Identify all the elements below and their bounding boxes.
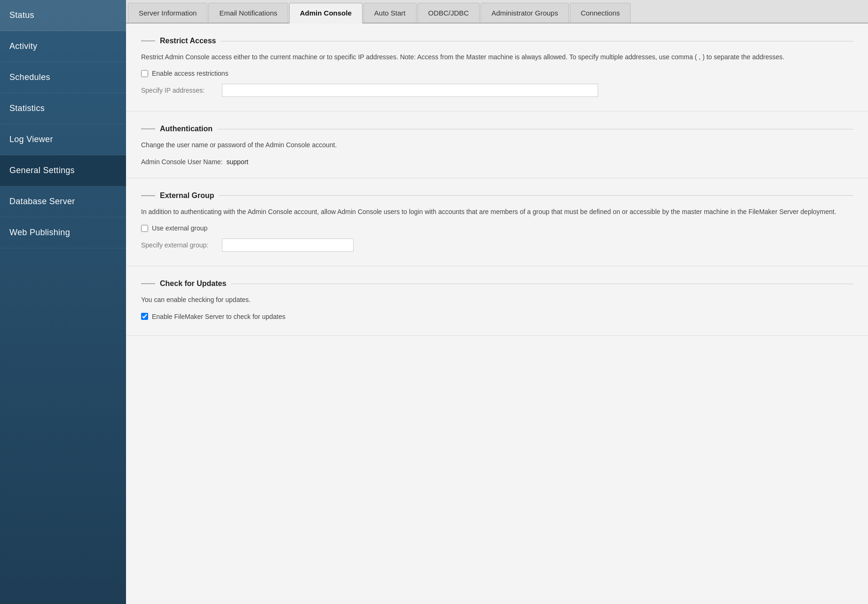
sidebar-item-general-settings[interactable]: General Settings [0,155,126,186]
external-group-section: External Group In addition to authentica… [126,178,868,266]
check-updates-title: Check for Updates [160,279,226,288]
main-area: Server Information Email Notifications A… [126,0,868,604]
authentication-desc: Change the user name or password of the … [141,140,853,150]
external-group-input[interactable] [222,238,354,252]
sidebar-item-status[interactable]: Status [0,0,126,31]
restrict-access-title: Restrict Access [160,37,216,45]
authentication-header: Authentication [141,125,853,133]
auth-section-line-right [217,129,853,129]
sidebar-item-schedules[interactable]: Schedules [0,62,126,93]
tab-server-information[interactable]: Server Information [128,3,207,23]
use-external-group-row: Use external group [141,224,853,232]
ext-section-line-right [219,195,853,196]
ip-address-row: Specify IP addresses: [141,84,853,97]
section-line-right [221,41,853,41]
authentication-title: Authentication [160,125,213,133]
tab-auto-start[interactable]: Auto Start [363,3,417,23]
sidebar-item-database-server[interactable]: Database Server [0,186,126,217]
restrict-access-section: Restrict Access Restrict Admin Console a… [126,24,868,111]
tab-admin-console[interactable]: Admin Console [289,3,363,24]
upd-section-line-right [231,284,853,284]
tab-odbc-jdbc[interactable]: ODBC/JDBC [418,3,480,23]
use-external-group-checkbox[interactable] [141,225,148,232]
check-updates-desc: You can enable checking for updates. [141,294,853,305]
section-line-left [141,40,155,41]
external-group-desc: In addition to authenticating with the A… [141,207,853,217]
external-group-input-row: Specify external group: [141,238,853,252]
restrict-access-header: Restrict Access [141,37,853,45]
sidebar: Status Activity Schedules Statistics Log… [0,0,126,604]
enable-updates-checkbox[interactable] [141,313,148,320]
upd-section-line-left [141,283,155,284]
use-external-group-label[interactable]: Use external group [152,224,207,232]
external-group-header: External Group [141,191,853,200]
authentication-section: Authentication Change the user name or p… [126,111,868,178]
restrict-access-desc: Restrict Admin Console access either to … [141,52,853,62]
external-group-label: Specify external group: [141,241,216,249]
tab-connections[interactable]: Connections [570,3,631,23]
tab-email-notifications[interactable]: Email Notifications [208,3,288,23]
tab-administrator-groups[interactable]: Administrator Groups [481,3,569,23]
enable-access-restrictions-label[interactable]: Enable access restrictions [152,70,229,77]
enable-updates-label[interactable]: Enable FileMaker Server to check for upd… [152,313,285,320]
content-area: Restrict Access Restrict Admin Console a… [126,24,868,604]
sidebar-item-web-publishing[interactable]: Web Publishing [0,217,126,248]
username-value: support [227,158,249,166]
check-updates-section: Check for Updates You can enable checkin… [126,266,868,335]
tab-bar: Server Information Email Notifications A… [126,0,868,24]
sidebar-item-statistics[interactable]: Statistics [0,93,126,124]
external-group-title: External Group [160,191,214,200]
sidebar-item-activity[interactable]: Activity [0,31,126,62]
username-label: Admin Console User Name: [141,158,223,166]
ext-section-line-left [141,195,155,196]
enable-updates-row: Enable FileMaker Server to check for upd… [141,313,853,320]
enable-access-restrictions-row: Enable access restrictions [141,70,853,77]
username-row: Admin Console User Name: support [141,158,853,166]
ip-address-input[interactable] [222,84,598,97]
sidebar-item-log-viewer[interactable]: Log Viewer [0,124,126,155]
enable-access-restrictions-checkbox[interactable] [141,70,148,77]
ip-address-label: Specify IP addresses: [141,87,216,94]
check-updates-header: Check for Updates [141,279,853,288]
auth-section-line-left [141,128,155,129]
